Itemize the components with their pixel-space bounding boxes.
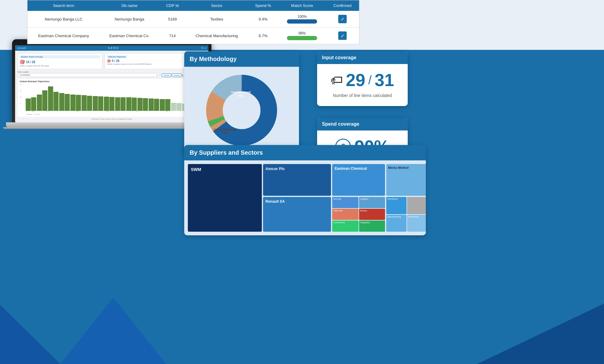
btn-hopeful[interactable]: Hopeful [172, 73, 182, 77]
screen-top-bar: ecoact SEED ⚙ ● [15, 45, 208, 51]
screen-body: Supplier Target Coverage 🎯 14 / 28 Numbe… [15, 51, 208, 122]
cell-db-name: Eastman Chemical Co. [100, 27, 159, 44]
tag-icon: 🏷 [331, 73, 343, 87]
chart-bar [120, 97, 126, 111]
sub-cell-minima: Minima [359, 209, 385, 220]
check-icon: ✓ [338, 31, 347, 40]
table-row: Eastman Chemical Company Eastman Chemica… [27, 27, 359, 44]
screen-toggle-btns: Faithful Hopeful ℹ [162, 71, 183, 77]
supplier-table: Search term Db name CDP Id Sector Spend … [27, 0, 359, 44]
sub-cell-advertising: Advertising [407, 215, 426, 232]
cell-search-term: Eastman Chemical Company [27, 27, 100, 44]
screen-filter-value: Consolidated [20, 74, 30, 76]
col-match-score: Match Score [278, 0, 326, 11]
chart-legend: — Historical - - Projection [20, 114, 204, 115]
cell-spend: 8.7% [248, 27, 278, 44]
y-axis: 20k15k10k5k0 [20, 84, 21, 111]
input-coverage-header: Input coverage [317, 51, 408, 64]
sub-cell-distribution: Distribution [386, 197, 406, 214]
chart-bar [93, 96, 98, 111]
cell-cdp-id: 5169 [159, 11, 186, 27]
col-db-name: Db name [100, 0, 159, 11]
suppliers-sectors-header: By Suppliers and Sectors [184, 145, 426, 160]
table-header-row: Search term Db name CDP Id Sector Spend … [27, 0, 359, 11]
chart-bar [53, 92, 59, 111]
screen-chart-title: Carbon Emission Trajectories [20, 80, 204, 82]
input-coverage-card: Input coverage 🏷 29 / 31 Number of line … [317, 51, 408, 106]
laptop-screen: ecoact SEED ⚙ ● Supplier Target Coverage… [15, 45, 208, 122]
methodology-card: By Methodology Supplier-based65% [184, 51, 299, 154]
chart-bar [137, 98, 143, 111]
methodology-header: By Methodology [184, 51, 299, 67]
chart-bar [160, 99, 165, 111]
chart-bar-proj [171, 103, 176, 111]
screen-filter-group: Select a supplier Consolidated ▾ [18, 71, 160, 77]
sub-cell-logistics: Logistics [359, 197, 385, 208]
chart-bar [87, 96, 92, 111]
screen-filter-row[interactable]: Select a supplier Consolidated ▾ Faithfu… [18, 71, 206, 77]
chart-bar [132, 98, 137, 111]
chart-bar [37, 95, 42, 111]
check-icon: ✓ [338, 15, 347, 23]
donut-label-consultant: Consultant-based19% [214, 128, 237, 135]
chart-bar [26, 98, 31, 111]
donut-chart-container: Supplier-based65% Consultant-based19% [205, 74, 278, 147]
screen-chart-area: Carbon Emission Trajectories 20k15k10k5k… [18, 78, 206, 117]
cell-confirmed: ✓ [326, 11, 359, 27]
screen-title: SEED [108, 47, 119, 50]
match-score-label: 98% [298, 31, 306, 35]
suppliers-sectors-body: SWM Amcor Plc Eastman Chemical Merly-Mel… [184, 160, 426, 235]
objective-icon: 🎯 [107, 59, 111, 63]
chart-bar [76, 95, 81, 111]
donut-chart-svg [205, 74, 278, 147]
deco-shape-2 [60, 298, 166, 364]
col-search-term: Search term [27, 0, 100, 11]
coverage-value-row: 🏷 29 / 31 [323, 71, 402, 89]
cell-spend: 9.4% [248, 11, 278, 27]
screen-card-supplier-title: Supplier Target Coverage [20, 55, 100, 58]
screen-objective-value: 0 / 28 [112, 59, 119, 63]
screen-supplier-sub: Number of suppliers with CDP / SBT targe… [20, 65, 100, 67]
treemap-cell-merly: Merly-Melhof [386, 164, 426, 196]
cell-confirmed: ✓ [326, 27, 359, 44]
match-progress-bar [287, 36, 317, 40]
target-icon: 🎯 [20, 60, 25, 64]
treemap-sub-grid-2: Distribution Manufacturing Advertising [386, 197, 426, 232]
screen-card-obj-title: Objective Alignment [107, 55, 127, 58]
x-axis: 2009 2010 2015 2020 2025 2030 [20, 111, 204, 112]
chart-bar [165, 99, 170, 111]
treemap: SWM Amcor Plc Eastman Chemical Merly-Mel… [188, 164, 422, 232]
treemap-cell-amcor: Amcor Plc [263, 164, 331, 196]
chart-bar [126, 97, 131, 111]
chart-bar [70, 95, 76, 111]
cell-match-score: 98% [278, 27, 326, 44]
cell-cdp-id: 714 [159, 27, 186, 44]
methodology-body: Supplier-based65% Consultant-based19% [184, 67, 299, 154]
sub-cell-manufacturing: Manufacturing [386, 215, 406, 232]
chart-bar [98, 96, 103, 111]
screen-filter-select[interactable]: Consolidated ▾ [18, 73, 160, 77]
suppliers-sectors-card: By Suppliers and Sectors SWM Amcor Plc E… [184, 145, 426, 235]
screen-cards-row: Supplier Target Coverage 🎯 14 / 28 Numbe… [18, 53, 206, 69]
screen-supplier-value: 14 / 28 [26, 60, 35, 64]
cell-db-name: Nemungo Banga [100, 11, 159, 27]
match-score-label: 100% [297, 14, 307, 19]
chart-bar [42, 90, 47, 111]
col-sector: Sector [186, 0, 248, 11]
btn-faithful[interactable]: Faithful [162, 73, 171, 77]
chart-bar [59, 93, 64, 111]
col-confirmed: Confirmed [326, 0, 359, 11]
cell-sector: Textiles [186, 11, 248, 27]
treemap-cell-swm: SWM [188, 164, 262, 232]
coverage-separator: / [368, 73, 371, 87]
chart-bar [154, 99, 159, 111]
chart-bar [109, 97, 114, 111]
sub-cell-commercial: Commercial [332, 221, 358, 232]
sub-cell-office: Office line [332, 209, 358, 220]
match-progress-bar [287, 19, 317, 24]
table-row: Nemungo Banga LLC Nemungo Banga 5169 Tex… [27, 11, 359, 27]
sub-cell-empty1 [407, 197, 426, 214]
coverage-description: Number of line items calculated [323, 92, 402, 99]
treemap-cell-renault: Renault SA [263, 197, 331, 232]
deco-shape-3 [423, 304, 604, 364]
